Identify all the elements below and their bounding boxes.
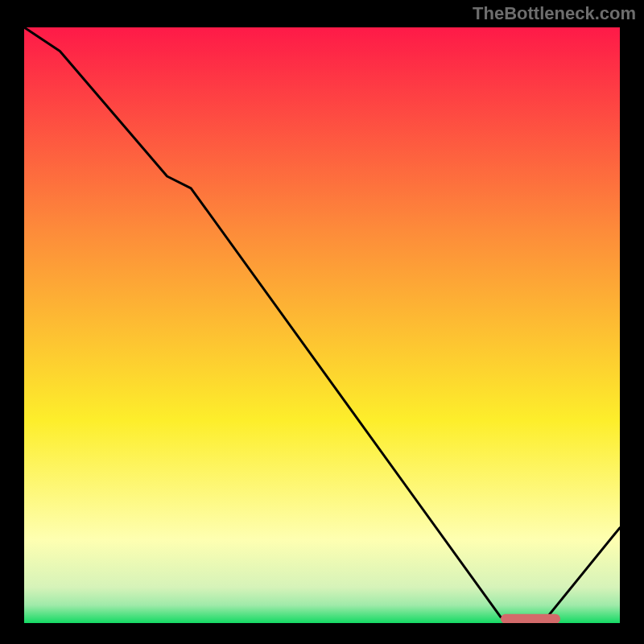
watermark-text: TheBottleneck.com <box>473 3 636 24</box>
chart-svg <box>24 27 620 623</box>
chart-container: TheBottleneck.com <box>0 0 644 644</box>
optimal-range-marker <box>501 614 560 623</box>
plot-area <box>24 27 620 623</box>
gradient-background <box>24 27 620 623</box>
